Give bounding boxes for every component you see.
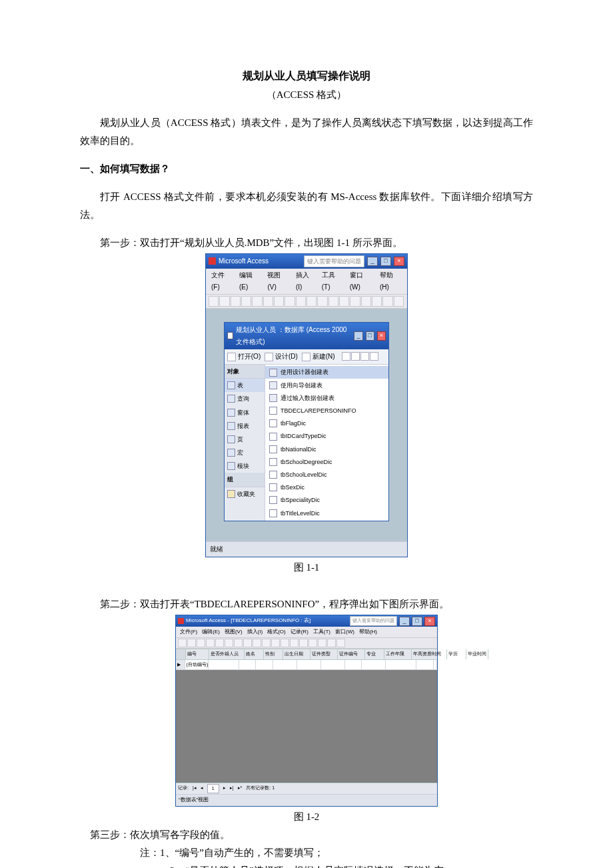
col-edu[interactable]: 学历 — [447, 649, 466, 659]
col-idtype[interactable]: 证件类型 — [310, 649, 338, 659]
toolbar-button[interactable] — [241, 296, 251, 307]
toolbar-button[interactable] — [209, 296, 219, 307]
toolbar-button[interactable] — [327, 639, 336, 647]
db-minimize-button[interactable]: _ — [354, 331, 362, 341]
maximize-button[interactable]: □ — [412, 617, 422, 626]
col-name[interactable]: 姓名 — [245, 649, 264, 659]
menu-edit[interactable]: 编辑(E) — [237, 269, 264, 293]
toolbar-button[interactable] — [328, 296, 338, 307]
minimize-button[interactable]: _ — [399, 617, 410, 626]
toolbar-button[interactable] — [231, 296, 241, 307]
toolbar-button[interactable] — [394, 296, 404, 307]
toolbar-button[interactable] — [317, 296, 327, 307]
list-item[interactable]: tbSchoolDegreeDic — [265, 455, 388, 468]
col-years[interactable]: 工作年限 — [384, 649, 412, 659]
menu-tools[interactable]: 工具(T) — [319, 269, 346, 293]
nav-position[interactable]: 1 — [207, 784, 219, 794]
toolbar-button[interactable] — [252, 296, 262, 307]
db-maximize-button[interactable]: □ — [366, 331, 374, 341]
menu-file[interactable]: 文件(F) — [178, 627, 199, 637]
list-item[interactable]: tbFlagDic — [265, 417, 388, 430]
toolbar-button[interactable] — [361, 296, 371, 307]
db-design-button[interactable]: 设计(D) — [265, 351, 298, 363]
list-item[interactable]: TBDECLAREPERSONINFO — [265, 405, 388, 417]
view-list-icon[interactable] — [360, 352, 369, 361]
nav-next-button[interactable]: ▸ — [223, 784, 226, 794]
nav-queries[interactable]: 查询 — [225, 392, 265, 405]
menu-help[interactable]: 帮助(H) — [377, 269, 404, 293]
toolbar-button[interactable] — [372, 296, 382, 307]
db-new-button[interactable]: 新建(N) — [302, 351, 335, 363]
view-large-icon[interactable] — [342, 352, 350, 361]
toolbar-button[interactable] — [253, 639, 261, 647]
col-qualtime[interactable]: 年高资质时间 — [412, 649, 447, 659]
list-item[interactable]: tbSchoolLevelDic — [265, 468, 388, 481]
toolbar-button[interactable] — [262, 639, 271, 647]
toolbar-button[interactable] — [274, 296, 284, 307]
toolbar-button[interactable] — [234, 639, 243, 647]
list-item[interactable]: tbNationalDic — [265, 443, 388, 455]
view-detail-icon[interactable] — [370, 352, 378, 361]
list-item[interactable]: tbTitleLevelDic — [265, 507, 388, 519]
menu-edit[interactable]: 编辑(E) — [200, 627, 222, 637]
col-id[interactable]: 编号 — [186, 649, 209, 659]
toolbar-button[interactable] — [243, 639, 252, 647]
toolbar-button[interactable] — [271, 639, 280, 647]
toolbar-button[interactable] — [382, 296, 392, 307]
list-item[interactable]: 通过输入数据创建表 — [265, 391, 388, 404]
toolbar-button[interactable] — [339, 296, 349, 307]
nav-forms[interactable]: 窗体 — [225, 406, 265, 419]
nav-macros[interactable]: 宏 — [225, 446, 265, 459]
col-major[interactable]: 专业 — [365, 649, 384, 659]
list-item[interactable]: 使用向导创建表 — [265, 379, 388, 391]
view-small-icon[interactable] — [351, 352, 360, 361]
menu-window[interactable]: 窗口(W) — [333, 627, 356, 637]
nav-new-button[interactable]: ▸* — [238, 784, 243, 794]
help-search-input[interactable]: 键入需要帮助的问题 — [350, 616, 397, 626]
col-birth[interactable]: 出生日期 — [283, 649, 310, 659]
list-item[interactable]: tbIDCardTypeDic — [265, 430, 388, 443]
menu-format[interactable]: 格式(O) — [265, 627, 288, 637]
help-search-input[interactable]: 键入需要帮助的问题 — [304, 255, 364, 267]
toolbar-button[interactable] — [178, 639, 187, 647]
nav-tables[interactable]: 表 — [225, 379, 265, 392]
row-selector-header[interactable] — [176, 649, 186, 659]
menu-view[interactable]: 视图(V) — [265, 269, 292, 293]
menu-records[interactable]: 记录(R) — [289, 627, 310, 637]
cell-id[interactable]: (自动编号) — [185, 660, 209, 670]
db-close-button[interactable]: × — [377, 331, 386, 341]
nav-modules[interactable]: 模块 — [225, 459, 265, 473]
toolbar-button[interactable] — [336, 639, 345, 647]
toolbar-button[interactable] — [281, 639, 289, 647]
toolbar-button[interactable] — [263, 296, 273, 307]
nav-reports[interactable]: 报表 — [225, 419, 265, 433]
menu-insert[interactable]: 插入(I) — [293, 269, 318, 293]
list-item[interactable]: tbSexDic — [265, 481, 388, 494]
toolbar-button[interactable] — [225, 639, 233, 647]
nav-prev-button[interactable]: ◂ — [201, 784, 203, 794]
toolbar-button[interactable] — [206, 639, 215, 647]
close-button[interactable]: × — [394, 257, 404, 266]
menu-insert[interactable]: 插入(I) — [245, 627, 265, 637]
toolbar-button[interactable] — [318, 639, 326, 647]
toolbar-button[interactable] — [350, 296, 360, 307]
nav-pages[interactable]: 页 — [225, 433, 265, 446]
toolbar-button[interactable] — [308, 639, 317, 647]
toolbar-button[interactable] — [187, 639, 196, 647]
menu-file[interactable]: 文件(F) — [209, 269, 235, 293]
table-row[interactable]: ▶ (自动编号) — [176, 660, 437, 671]
toolbar-button[interactable] — [290, 639, 299, 647]
menu-tools[interactable]: 工具(T) — [311, 627, 332, 637]
db-titlebar[interactable]: 规划从业人员 ：数据库 (Access 2000 文件格式) _ □ × — [225, 323, 388, 349]
col-foreign[interactable]: 是否外籍人员 — [209, 649, 245, 659]
list-item[interactable]: tbSpecialityDic — [265, 494, 388, 507]
minimize-button[interactable]: _ — [367, 257, 378, 266]
grid-body[interactable]: ▶ (自动编号) — [176, 660, 437, 783]
col-gradtime[interactable]: 毕业时间 — [466, 649, 488, 659]
col-idno[interactable]: 证件编号 — [338, 649, 365, 659]
toolbar-button[interactable] — [197, 639, 205, 647]
toolbar-button[interactable] — [285, 296, 295, 307]
nav-last-button[interactable]: ▸| — [230, 784, 234, 794]
nav-first-button[interactable]: |◂ — [193, 784, 197, 794]
toolbar-button[interactable] — [299, 639, 308, 647]
